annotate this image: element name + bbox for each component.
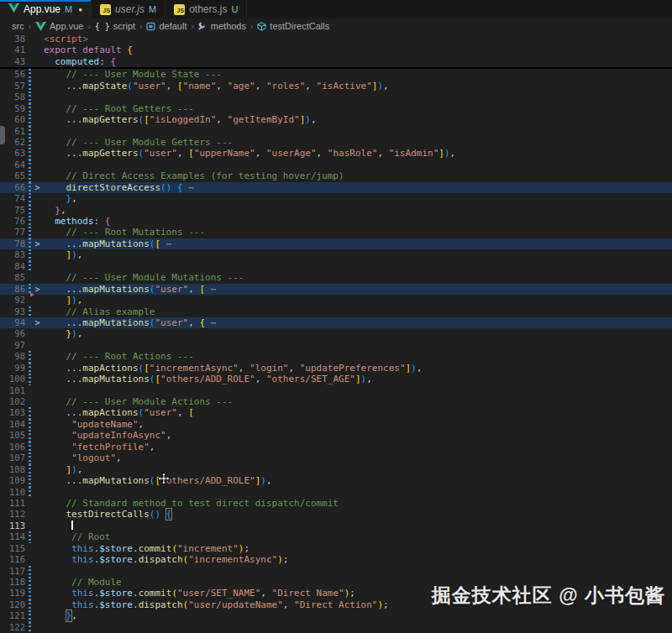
line-number[interactable]: 103: [0, 407, 25, 418]
code-line-102[interactable]: 102 // --- User Module Actions ---: [0, 396, 672, 407]
code-line-58[interactable]: 58: [0, 92, 672, 102]
breadcrumb-item-default[interactable]: default: [146, 21, 186, 31]
tab-others.js[interactable]: JSothers.jsU: [165, 0, 247, 18]
code-line-92[interactable]: 92 ]),: [0, 295, 672, 306]
code-line-56[interactable]: 56 // --- User Module State ---: [0, 69, 672, 80]
breadcrumb-item-methods[interactable]: methods: [198, 21, 246, 31]
line-number[interactable]: 77: [0, 227, 25, 238]
line-number[interactable]: 43: [0, 56, 25, 67]
line-number[interactable]: 107: [0, 453, 25, 463]
line-number[interactable]: 116: [0, 554, 25, 565]
line-number[interactable]: 117: [0, 566, 25, 577]
line-number[interactable]: 94: [0, 317, 25, 328]
line-number[interactable]: 99: [0, 363, 25, 374]
breadcrumb-item-script[interactable]: { }script: [95, 21, 135, 31]
line-number[interactable]: 118: [0, 577, 25, 588]
line-number[interactable]: 74: [0, 193, 25, 204]
line-number[interactable]: 101: [0, 385, 25, 396]
line-number[interactable]: 84: [0, 261, 25, 272]
line-number[interactable]: 86: [0, 284, 25, 295]
tab-App.vue[interactable]: App.vueM●: [0, 0, 92, 18]
line-number[interactable]: 113: [0, 521, 25, 531]
line-number[interactable]: 93: [0, 306, 25, 317]
line-number[interactable]: 111: [0, 498, 25, 509]
code-line-99[interactable]: 99 ...mapActions(["incrementAsync", "log…: [0, 363, 672, 374]
tab-user.js[interactable]: JSuser.jsM: [92, 0, 165, 18]
code-line-65[interactable]: 65 // Direct Access Examples (for testin…: [0, 170, 672, 181]
line-number[interactable]: 92: [0, 295, 25, 306]
code-line-101[interactable]: 101: [0, 385, 672, 396]
code-line-98[interactable]: 98 // --- Root Actions ---: [0, 351, 672, 362]
line-number[interactable]: 100: [0, 374, 25, 385]
line-number[interactable]: 76: [0, 216, 25, 227]
line-number[interactable]: 83: [0, 249, 25, 260]
line-number[interactable]: 66: [0, 182, 25, 193]
code-line-97[interactable]: 97: [0, 340, 672, 351]
code-line-109[interactable]: 109 ...mapMutations(["others/ADD_ROLE"])…: [0, 475, 672, 486]
fold-chevron-icon[interactable]: >: [31, 317, 44, 328]
code-line-76[interactable]: 76 methods: {: [0, 216, 672, 227]
line-number[interactable]: 96: [0, 328, 25, 339]
line-number[interactable]: 102: [0, 396, 25, 407]
line-number[interactable]: 106: [0, 442, 25, 453]
breadcrumb-item-testDirectCalls[interactable]: testDirectCalls: [257, 21, 329, 31]
code-line-38[interactable]: 38<script>: [0, 34, 672, 44]
code-line-85[interactable]: 85 // --- User Module Mutations ---: [0, 272, 672, 283]
breadcrumb-item-App.vue[interactable]: App.vue: [35, 21, 83, 31]
line-number[interactable]: 75: [0, 205, 25, 216]
code-line-77[interactable]: 77 // --- Root Mutations ---: [0, 227, 672, 238]
line-number[interactable]: 105: [0, 430, 25, 441]
code-line-106[interactable]: 106 "fetchProfile",: [0, 442, 672, 453]
line-number[interactable]: 41: [0, 44, 25, 55]
line-number[interactable]: 57: [0, 81, 25, 92]
code-line-63[interactable]: 63 ...mapGetters("user", ["upperName", "…: [0, 148, 672, 159]
code-line-100[interactable]: 100 ...mapMutations(["others/ADD_ROLE", …: [0, 374, 672, 385]
code-line-57[interactable]: 57 ...mapState("user", ["name", "age", "…: [0, 81, 672, 92]
code-line-110[interactable]: 110: [0, 487, 672, 498]
code-line-83[interactable]: 83 ]),: [0, 249, 672, 260]
line-number[interactable]: 110: [0, 487, 25, 498]
breadcrumb-item-src[interactable]: src: [12, 21, 24, 31]
code-line-43[interactable]: 43 computed: {: [0, 56, 672, 67]
code-line-86[interactable]: 86> ...mapMutations("user", [ ⋯: [0, 284, 672, 295]
line-number[interactable]: 65: [0, 170, 25, 181]
code-line-62[interactable]: 62 // --- User Module Getters ---: [0, 137, 672, 148]
code-line-112[interactable]: 112 testDirectCalls() {: [0, 509, 672, 520]
code-line-64[interactable]: 64: [0, 160, 672, 170]
code-line-103[interactable]: 103 ...mapActions("user", [: [0, 407, 672, 418]
code-line-113[interactable]: 113: [0, 521, 672, 531]
line-number[interactable]: 60: [0, 114, 25, 125]
line-number[interactable]: 63: [0, 148, 25, 159]
code-line-107[interactable]: 107 "logout",: [0, 453, 672, 463]
fold-chevron-icon[interactable]: >: [31, 238, 44, 249]
code-line-122[interactable]: 122: [0, 622, 672, 633]
code-line-96[interactable]: 96 }),: [0, 328, 672, 339]
line-number[interactable]: 104: [0, 419, 25, 430]
line-number[interactable]: 38: [0, 34, 25, 44]
code-line-78[interactable]: 78> ...mapMutations([ ⋯: [0, 238, 672, 249]
code-line-104[interactable]: 104 "updateName",: [0, 419, 672, 430]
line-number[interactable]: 59: [0, 103, 25, 114]
line-number[interactable]: 58: [0, 92, 25, 102]
line-number[interactable]: 119: [0, 588, 25, 599]
line-number[interactable]: 78: [0, 238, 25, 249]
line-number[interactable]: 85: [0, 272, 25, 283]
line-number[interactable]: 97: [0, 340, 25, 351]
code-line-60[interactable]: 60 ...mapGetters(["isLoggedIn", "getItem…: [0, 114, 672, 125]
line-number[interactable]: 109: [0, 475, 25, 486]
line-number[interactable]: 120: [0, 599, 25, 610]
line-number[interactable]: 114: [0, 531, 25, 542]
code-line-75[interactable]: 75 },: [0, 205, 672, 216]
code-line-74[interactable]: 74 },: [0, 193, 672, 204]
line-number[interactable]: 98: [0, 351, 25, 362]
code-line-114[interactable]: 114 // Root: [0, 531, 672, 542]
code-line-105[interactable]: 105 "updateInfoAsync",: [0, 430, 672, 441]
line-number[interactable]: 108: [0, 464, 25, 475]
line-number[interactable]: 112: [0, 509, 25, 520]
code-line-111[interactable]: 111 // Standard method to test direct di…: [0, 498, 672, 509]
line-number[interactable]: 115: [0, 543, 25, 554]
code-line-61[interactable]: 61: [0, 126, 672, 137]
code-line-84[interactable]: 84: [0, 261, 672, 272]
code-line-116[interactable]: 116 this.$store.dispatch("incrementAsync…: [0, 554, 672, 565]
line-number[interactable]: 64: [0, 160, 25, 170]
